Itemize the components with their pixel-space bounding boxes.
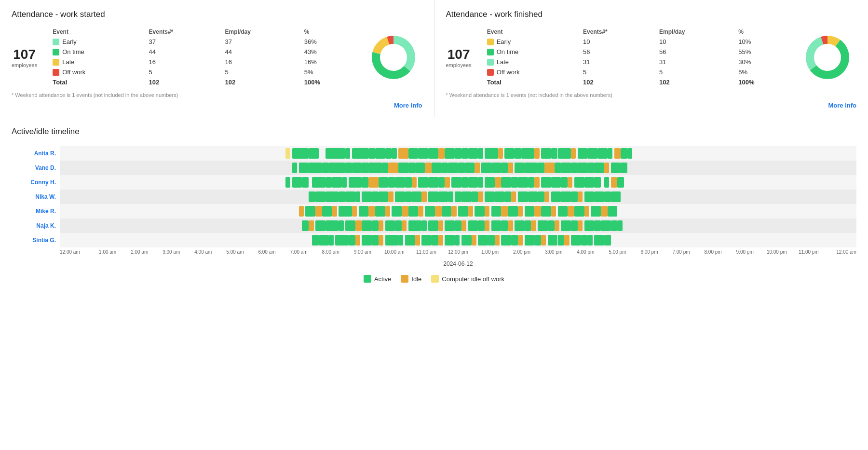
activity-bar (521, 148, 535, 159)
time-tick: 9:00 am (347, 249, 379, 255)
employee-label[interactable]: Naja K. (12, 222, 60, 229)
timeline-row: Vane D. (12, 161, 856, 175)
activity-bar (362, 220, 372, 231)
activity-bar (455, 191, 461, 202)
activity-bar (432, 163, 442, 173)
activity-bar (379, 177, 389, 188)
activity-bar (485, 177, 495, 188)
employee-label[interactable]: Mike R. (12, 208, 60, 215)
activity-bar (385, 206, 390, 217)
activity-bar (478, 148, 483, 159)
activity-bar (345, 148, 350, 159)
activity-bar (302, 220, 309, 231)
activity-bar (604, 191, 611, 202)
activity-bar (617, 177, 624, 188)
activity-bar (611, 191, 621, 202)
table-row: On time 56 56 55% (483, 47, 791, 57)
table-row: Early 10 10 10% (483, 37, 791, 47)
employee-label[interactable]: Sintia G. (12, 237, 60, 244)
activity-bar (587, 163, 594, 173)
activity-bar (488, 235, 495, 245)
activity-bar (627, 148, 632, 159)
activity-bar (418, 148, 428, 159)
activity-bar (491, 163, 502, 173)
event-cell: On time (483, 47, 579, 57)
activity-bar (594, 220, 601, 231)
activity-bar (617, 220, 622, 231)
activity-bar (472, 191, 478, 202)
activity-bar (405, 235, 415, 245)
activity-bar (438, 177, 445, 188)
activity-bar (571, 163, 578, 173)
activity-bar (352, 206, 357, 217)
activity-bar (501, 163, 508, 173)
events-cell: 37 (145, 37, 221, 47)
activity-bar (451, 177, 461, 188)
timeline-container: Anita R.Vane D.Conny H.Nika W.Mike R.Naj… (12, 146, 856, 283)
employee-label[interactable]: Nika W. (12, 193, 60, 200)
activity-bar (584, 220, 595, 231)
table-row: Off work 5 5 5% (49, 67, 356, 77)
activity-bar (448, 191, 453, 202)
table-row: Late 31 31 30% (483, 57, 791, 67)
activity-bar (329, 163, 345, 173)
activity-bar (421, 220, 426, 231)
activity-bar (408, 163, 415, 173)
empl-day-cell: 16 (221, 57, 300, 67)
bar-area (60, 204, 856, 218)
col-events: Events#* (145, 27, 221, 37)
col-percent: % (300, 27, 357, 37)
attendance-started-table: Event Events#* Empl/day % Early 37 37 36… (49, 27, 356, 87)
activity-bar (302, 177, 309, 188)
activity-bar (392, 148, 396, 159)
time-tick: 2:00 pm (506, 249, 538, 255)
time-tick: 12:00 pm (442, 249, 474, 255)
activity-bar (319, 235, 329, 245)
activity-bar (326, 177, 332, 188)
activity-bar (438, 220, 443, 231)
timeline-row: Anita R. (12, 146, 856, 161)
activity-bar (587, 235, 592, 245)
time-tick: 2:00 am (123, 249, 155, 255)
svg-point-0 (381, 45, 406, 70)
activity-bar (511, 191, 516, 202)
activity-bar (339, 220, 343, 231)
activity-bar (584, 191, 595, 202)
activity-bar (315, 206, 322, 217)
activity-bar (548, 235, 558, 245)
activity-bar (601, 206, 608, 217)
activity-bar (326, 191, 339, 202)
activity-bar (481, 163, 491, 173)
activity-bar (551, 177, 561, 188)
employee-label[interactable]: Vane D. (12, 164, 60, 171)
activity-bar (455, 220, 461, 231)
activity-bar (398, 148, 408, 159)
more-info-started[interactable]: More info (394, 102, 422, 109)
activity-bar (395, 220, 402, 231)
employee-label[interactable]: Conny H. (12, 179, 60, 186)
activity-bar (518, 177, 528, 188)
timeline-row: Nika W. (12, 190, 856, 204)
attendance-finished-panel: Attendance - work finished 107 employees… (434, 0, 868, 117)
more-info-finished[interactable]: More info (828, 102, 857, 109)
activity-bar (601, 220, 611, 231)
activity-bar (385, 148, 392, 159)
activity-bar (504, 148, 515, 159)
activity-bar (574, 206, 584, 217)
time-tick: 6:00 pm (633, 249, 665, 255)
legend-color (401, 275, 408, 283)
activity-bar (608, 206, 618, 217)
activity-bar (315, 191, 326, 202)
activity-bar (375, 148, 385, 159)
event-cell: Early (49, 37, 145, 47)
activity-bar (472, 235, 476, 245)
bar-area (60, 161, 856, 175)
activity-bar (309, 220, 313, 231)
events-cell: 10 (579, 37, 655, 47)
activity-bar (528, 191, 538, 202)
employee-label[interactable]: Anita R. (12, 150, 60, 157)
activity-bar (604, 177, 609, 188)
activity-bar (345, 163, 352, 173)
table-row: Late 16 16 16% (49, 57, 356, 67)
activity-bar (428, 220, 438, 231)
